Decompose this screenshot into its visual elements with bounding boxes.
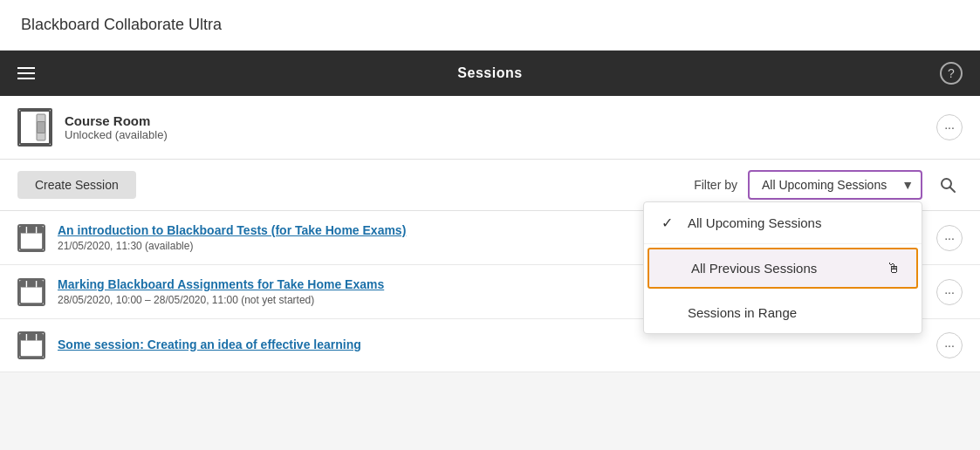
filter-select[interactable]: All Upcoming Sessions <box>748 170 922 200</box>
filter-dropdown-container: All Upcoming Sessions ▼ ✓ All Upcoming S… <box>748 170 922 200</box>
course-room-section: Course Room Unlocked (available) ··· <box>0 96 980 160</box>
svg-rect-1 <box>37 114 45 140</box>
course-room-left: Course Room Unlocked (available) <box>17 108 168 147</box>
help-button[interactable]: ? <box>940 62 963 85</box>
calendar-icon-3 <box>17 331 45 359</box>
door-top-bar <box>19 110 51 145</box>
app-title: Blackboard Collaborate Ultra <box>21 16 222 33</box>
room-status: Unlocked (available) <box>65 128 168 141</box>
dropdown-item-upcoming-label: All Upcoming Sessions <box>688 215 821 230</box>
session-info-3: Some session: Creating an idea of effect… <box>58 338 924 354</box>
nav-title: Sessions <box>457 65 522 81</box>
nav-bar: Sessions ? <box>0 51 980 96</box>
room-name: Course Room <box>65 113 168 128</box>
session-more-1[interactable]: ··· <box>936 225 963 251</box>
door-svg <box>19 110 51 145</box>
hamburger-menu[interactable] <box>17 67 35 79</box>
hamburger-line-1 <box>17 67 35 69</box>
filter-dropdown-menu: ✓ All Upcoming Sessions ✓ All Previous S… <box>643 201 922 334</box>
svg-line-4 <box>950 188 956 193</box>
search-icon <box>939 176 956 194</box>
door-icon <box>17 108 52 147</box>
search-button[interactable] <box>933 170 963 200</box>
calendar-svg-3 <box>18 333 45 358</box>
filter-section: Filter by All Upcoming Sessions ▼ ✓ All … <box>694 170 963 200</box>
calendar-icon-2 <box>17 278 45 306</box>
svg-rect-14 <box>20 334 43 340</box>
calendar-svg-2 <box>18 280 45 304</box>
dropdown-item-upcoming[interactable]: ✓ All Upcoming Sessions <box>644 202 922 244</box>
course-room-more-options[interactable]: ··· <box>936 114 963 140</box>
dropdown-item-range[interactable]: ✓ Sessions in Range <box>644 292 922 333</box>
top-header: Blackboard Collaborate Ultra <box>0 0 980 51</box>
calendar-svg-1 <box>18 226 45 250</box>
filter-current-value: All Upcoming Sessions <box>762 178 887 192</box>
calendar-icon-1 <box>17 224 45 252</box>
session-title-3[interactable]: Some session: Creating an idea of effect… <box>58 338 924 351</box>
course-room-info: Course Room Unlocked (available) <box>65 113 168 141</box>
dropdown-item-previous[interactable]: ✓ All Previous Sessions 🖱 <box>648 248 918 289</box>
dropdown-item-previous-label: All Previous Sessions <box>691 261 817 276</box>
session-more-3[interactable]: ··· <box>936 332 963 358</box>
hamburger-line-3 <box>17 78 35 79</box>
help-icon: ? <box>948 66 955 80</box>
dropdown-item-range-label: Sessions in Range <box>688 305 797 320</box>
toolbar: Create Session Filter by All Upcoming Se… <box>0 160 980 211</box>
create-session-button[interactable]: Create Session <box>17 171 136 199</box>
svg-rect-10 <box>20 280 43 286</box>
svg-rect-6 <box>20 226 43 232</box>
svg-point-2 <box>37 126 40 129</box>
checkmark-icon: ✓ <box>661 215 679 231</box>
hamburger-line-2 <box>17 72 35 74</box>
session-more-2[interactable]: ··· <box>936 279 963 305</box>
filter-label: Filter by <box>694 178 737 192</box>
cursor-icon: 🖱 <box>887 261 901 276</box>
filter-select-wrapper: All Upcoming Sessions ▼ <box>748 170 922 200</box>
